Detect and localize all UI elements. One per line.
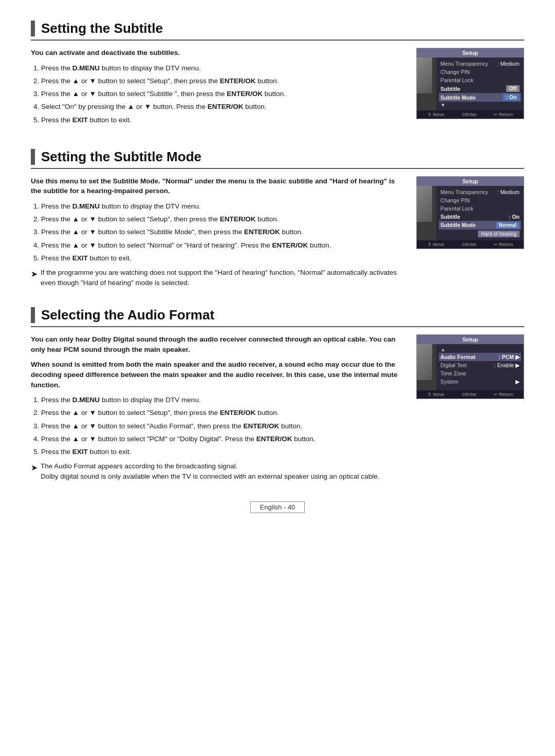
audio-note-text: The Audio Format appears according to th… <box>41 461 379 481</box>
subtitle-steps: Press the D.MENU button to display the D… <box>41 63 404 125</box>
title-accent-audio <box>31 307 35 323</box>
subtitle-mode-note-text: If the programme you are watching does n… <box>41 268 404 288</box>
audio-footer-move: ⇕ Move <box>428 392 445 397</box>
subtitle-mode-tv-body-wrap: Menu Transparency: Medium Change PIN Par… <box>417 186 524 240</box>
subtitle-step-3: Press the ▲ or ▼ button to select "Subti… <box>41 89 404 99</box>
subtitle-mode-step-4: Press the ▲ or ▼ button to select "Norma… <box>41 240 404 251</box>
subtitle-mode-step-3: Press the ▲ or ▼ button to select "Subti… <box>41 227 404 237</box>
subtitle-mode-tv-mock: Setup Menu Transparency: Medium Change P… <box>416 176 524 249</box>
section-title-subtitle-mode: Setting the Subtitle Mode <box>41 149 201 165</box>
subtitle-content-row: You can activate and deactivate the subt… <box>31 48 524 129</box>
subtitle-mode-tv-footer: ⇕ Move ⊙Enter ↩ Return <box>417 240 524 249</box>
sm-tv-row-hoh: Hard of hearing <box>440 230 520 238</box>
audio-tv-footer: ⇕ Move ⊙Enter ↩ Return <box>417 390 524 399</box>
subtitle-step-2: Press the ▲ or ▼ button to select "Setup… <box>41 76 404 86</box>
sm-tv-row-parental: Parental Lock <box>440 204 520 213</box>
audio-step-3: Press the ▲ or ▼ button to select "Audio… <box>41 421 404 431</box>
subtitle-step-1: Press the D.MENU button to display the D… <box>41 63 404 73</box>
subtitle-footer-return: ↩ Return <box>494 112 513 117</box>
audio-tv-row-system: System ▶ <box>440 377 520 386</box>
audio-tv-row-digital: Digital Text : Enable ▶ <box>440 361 520 369</box>
audio-footer-return: ↩ Return <box>494 392 513 397</box>
subtitle-tv-arrow: ▼ <box>440 102 520 108</box>
subtitle-mode-step-5: Press the EXIT button to exit. <box>41 253 404 263</box>
section-title-subtitle: Setting the Subtitle <box>41 21 163 36</box>
audio-content-row: You can only hear Dolby Digital sound th… <box>31 334 524 481</box>
title-accent <box>31 21 35 36</box>
subtitle-tv-row-pin: Change PIN <box>440 68 520 76</box>
subtitle-tv-row-subtitle: Subtitle Off <box>440 84 520 93</box>
section-title-bar-audio: Selecting the Audio Format <box>31 307 524 327</box>
subtitle-mode-tv-header: Setup <box>417 177 524 186</box>
subtitle-mode-note: ➤ If the programme you are watching does… <box>31 268 404 288</box>
subtitle-content-left: You can activate and deactivate the subt… <box>31 48 404 129</box>
subtitle-footer-move: ⇕ Move <box>428 112 445 117</box>
subtitle-mode-tv-body: Menu Transparency: Medium Change PIN Par… <box>436 186 524 240</box>
subtitle-mode-content-row: Use this menu to set the Subtitle Mode. … <box>31 176 524 288</box>
audio-screenshot: Setup ▲ Audio Format : PCM ▶ Digital Tex… <box>416 334 524 399</box>
sm-footer-move: ⇕ Move <box>428 242 445 247</box>
audio-tv-row-format: Audio Format : PCM ▶ <box>439 353 521 361</box>
subtitle-mode-content-left: Use this menu to set the Subtitle Mode. … <box>31 176 404 288</box>
subtitle-tv-header: Setup <box>417 48 524 58</box>
section-title-bar-subtitle-mode: Setting the Subtitle Mode <box>31 149 524 169</box>
note-arrow-icon: ➤ <box>31 268 38 280</box>
sm-footer-return: ↩ Return <box>494 242 513 247</box>
subtitle-step-5: Press the EXIT button to exit. <box>41 115 404 125</box>
audio-tv-row-timezone: Time Zone <box>440 369 520 377</box>
page-footer: English - 40 <box>31 501 524 513</box>
title-accent-mode <box>31 149 35 165</box>
section-title-bar-subtitle: Setting the Subtitle <box>31 21 524 41</box>
sm-footer-enter: ⊙Enter <box>461 242 477 247</box>
audio-steps: Press the D.MENU button to display the D… <box>41 395 404 457</box>
audio-tv-header: Setup <box>417 335 524 344</box>
subtitle-tv-footer: ⇕ Move ⊙Enter ↩ Return <box>417 110 524 119</box>
subtitle-mode-step-1: Press the D.MENU button to display the D… <box>41 201 404 212</box>
subtitle-tv-body: Menu Transparency: Medium Change PIN Par… <box>436 58 524 110</box>
audio-note: ➤ The Audio Format appears according to … <box>31 461 404 481</box>
sm-tv-row-transparency: Menu Transparency: Medium <box>440 188 520 196</box>
audio-step-5: Press the EXIT button to exit. <box>41 447 404 457</box>
audio-step-1: Press the D.MENU button to display the D… <box>41 395 404 405</box>
subtitle-tv-row-transparency: Menu Transparency: Medium <box>440 60 520 68</box>
subtitle-screenshot: Setup Menu Transparency: Medium Change P… <box>416 48 524 119</box>
page-number-badge: English - 40 <box>250 501 305 513</box>
audio-footer-enter: ⊙Enter <box>461 392 477 397</box>
section-title-audio: Selecting the Audio Format <box>41 307 214 323</box>
sm-tv-row-subtitle: Subtitle : On <box>440 213 520 221</box>
subtitle-tv-row-mode: Subtitle Mode : On <box>439 93 521 102</box>
section-audio-format: Selecting the Audio Format You can only … <box>31 307 524 481</box>
subtitle-tv-row-parental: Parental Lock <box>440 76 520 84</box>
audio-tv-arrow-up: ▲ <box>440 346 520 353</box>
subtitle-mode-tv-thumb <box>417 186 432 222</box>
subtitle-mode-screenshot: Setup Menu Transparency: Medium Change P… <box>416 176 524 249</box>
audio-intro-1: You can only hear Dolby Digital sound th… <box>31 334 404 354</box>
section-subtitle: Setting the Subtitle You can activate an… <box>31 21 524 129</box>
subtitle-tv-body-wrap: Menu Transparency: Medium Change PIN Par… <box>417 58 524 110</box>
audio-tv-body: ▲ Audio Format : PCM ▶ Digital Text : En… <box>436 344 524 390</box>
audio-tv-mock: Setup ▲ Audio Format : PCM ▶ Digital Tex… <box>416 334 524 399</box>
subtitle-tv-mock: Setup Menu Transparency: Medium Change P… <box>416 48 524 119</box>
audio-step-2: Press the ▲ or ▼ button to select "Setup… <box>41 408 404 418</box>
subtitle-step-4: Select "On" by pressing the ▲ or ▼ butto… <box>41 102 404 112</box>
subtitle-footer-enter: ⊙Enter <box>461 112 477 117</box>
subtitle-mode-step-2: Press the ▲ or ▼ button to select "Setup… <box>41 214 404 224</box>
audio-note-arrow-icon: ➤ <box>31 462 38 474</box>
audio-intro-2: When sound is emitted from both the main… <box>31 360 404 390</box>
subtitle-mode-intro: Use this menu to set the Subtitle Mode. … <box>31 176 404 196</box>
subtitle-intro: You can activate and deactivate the subt… <box>31 48 404 58</box>
audio-tv-thumb <box>417 344 432 380</box>
section-subtitle-mode: Setting the Subtitle Mode Use this menu … <box>31 149 524 288</box>
subtitle-mode-steps: Press the D.MENU button to display the D… <box>41 201 404 263</box>
audio-content-left: You can only hear Dolby Digital sound th… <box>31 334 404 481</box>
sm-tv-row-mode: Subtitle Mode Normal <box>439 221 521 230</box>
audio-step-4: Press the ▲ or ▼ button to select "PCM" … <box>41 434 404 444</box>
subtitle-tv-thumb <box>417 58 432 93</box>
sm-tv-row-pin: Change PIN <box>440 196 520 204</box>
audio-tv-body-wrap: ▲ Audio Format : PCM ▶ Digital Text : En… <box>417 344 524 390</box>
